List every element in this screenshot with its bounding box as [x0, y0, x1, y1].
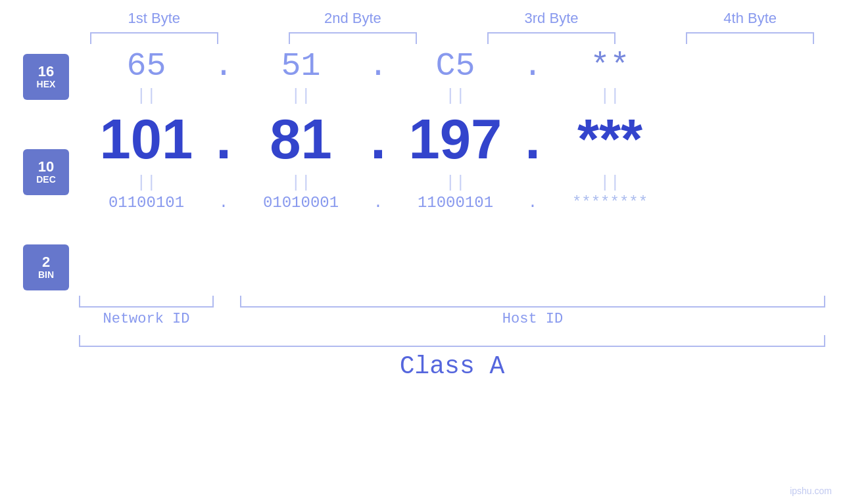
- middle-section: 16 HEX 10 DEC 2 BIN 65 . 51 . C5 . **: [0, 47, 845, 290]
- bin-b1: 01100101: [82, 194, 210, 212]
- dec-b1: 101: [82, 107, 210, 172]
- class-label: Class A: [79, 352, 825, 380]
- equals-row-2: || || || ||: [82, 173, 825, 193]
- dec-b4: ***: [546, 107, 674, 172]
- class-section: Class A: [79, 335, 825, 380]
- hex-dot-3: .: [519, 47, 546, 85]
- byte4-header: 4th Byte: [686, 10, 814, 27]
- eq1-b2: ||: [237, 86, 365, 106]
- page-container: 1st Byte 2nd Byte 3rd Byte 4th Byte 16 H…: [0, 0, 845, 504]
- byte3-header: 3rd Byte: [487, 10, 616, 27]
- hex-b3: C5: [391, 47, 519, 85]
- top-section: 1st Byte 2nd Byte 3rd Byte 4th Byte: [79, 10, 825, 44]
- network-id-label: Network ID: [79, 311, 214, 327]
- bottom-brackets-row: [79, 296, 825, 308]
- eq2-b3: ||: [391, 173, 519, 193]
- dec-b2: 81: [237, 107, 365, 172]
- dec-badge: 10 DEC: [23, 149, 69, 195]
- bin-dot-3: .: [519, 194, 546, 212]
- top-bracket-2: [289, 32, 417, 44]
- hex-b1: 65: [82, 47, 210, 85]
- bin-dot-2: .: [365, 194, 391, 212]
- eq2-b1: ||: [82, 173, 210, 193]
- network-id-bracket: [79, 296, 214, 308]
- bin-b4: ********: [546, 194, 674, 212]
- hex-dot-2: .: [365, 47, 391, 85]
- dec-b3: 197: [391, 107, 519, 172]
- bin-b3: 11000101: [391, 194, 519, 212]
- equals-row-1: || || || ||: [82, 86, 825, 106]
- eq2-b4: ||: [546, 173, 674, 193]
- bin-b2: 01010001: [237, 194, 365, 212]
- eq1-b4: ||: [546, 86, 674, 106]
- hex-row: 65 . 51 . C5 . **: [82, 47, 825, 85]
- eq1-b3: ||: [391, 86, 519, 106]
- eq2-b2: ||: [237, 173, 365, 193]
- byte2-header: 2nd Byte: [289, 10, 417, 27]
- eq1-b1: ||: [82, 86, 210, 106]
- top-bracket-3: [487, 32, 616, 44]
- bin-row: 01100101 . 01010001 . 11000101 . *******…: [82, 194, 825, 212]
- base-badges: 16 HEX 10 DEC 2 BIN: [23, 54, 69, 290]
- ip-display-area: 65 . 51 . C5 . ** || || || || 101: [82, 47, 825, 290]
- top-bracket-1: [90, 32, 218, 44]
- hex-b4: **: [546, 47, 674, 85]
- id-labels-row: Network ID Host ID: [79, 311, 825, 327]
- bin-badge: 2 BIN: [23, 244, 69, 290]
- bottom-section: Network ID Host ID: [79, 296, 825, 327]
- hex-b2: 51: [237, 47, 365, 85]
- byte-headers-row: 1st Byte 2nd Byte 3rd Byte 4th Byte: [79, 10, 825, 27]
- host-id-label: Host ID: [240, 311, 825, 327]
- dec-dot-3: .: [519, 107, 546, 172]
- dec-dot-1: .: [210, 107, 237, 172]
- hex-badge: 16 HEX: [23, 54, 69, 100]
- top-bracket-4: [686, 32, 814, 44]
- top-brackets: [79, 32, 825, 44]
- hex-dot-1: .: [210, 47, 237, 85]
- bin-dot-1: .: [210, 194, 237, 212]
- host-id-bracket: [240, 296, 825, 308]
- dec-dot-2: .: [365, 107, 391, 172]
- byte1-header: 1st Byte: [90, 10, 218, 27]
- class-bracket: [79, 335, 825, 347]
- watermark: ipshu.com: [790, 486, 832, 496]
- dec-row: 101 . 81 . 197 . ***: [82, 107, 825, 172]
